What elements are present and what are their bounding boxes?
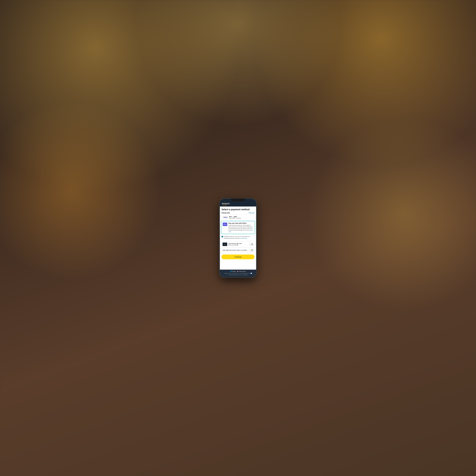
affirm-logo: affirm <box>223 222 227 226</box>
flag-icon: 🇺🇸 <box>237 271 238 272</box>
visa-card-number: Visa ....1234 <box>229 216 254 218</box>
visa-card-details: Visa ....1234 John Smith . 01/2026 <box>229 216 254 219</box>
svg-marker-0 <box>226 205 227 205</box>
section-header: Paying with + Add new <box>220 211 256 215</box>
country-label: United States <box>239 271 246 272</box>
content-area: Select a payment method Paying with + Ad… <box>220 206 256 270</box>
affirm-payment-card[interactable]: affirm Pay over time with Affirm Sole pr… <box>221 221 255 234</box>
visa-payment-card[interactable]: VISA Visa ....1234 John Smith . 01/2026 <box>221 215 255 220</box>
phone-footer: 🌐 English 🇺🇸 United States Conditions of… <box>220 270 256 277</box>
phone-screen: amazon Select a payment method Paying wi… <box>220 199 256 277</box>
amazon-gift-icon <box>222 242 227 246</box>
country-selector[interactable]: 🇺🇸 United States <box>237 271 246 272</box>
phone-wrapper: amazon Select a payment method Paying wi… <box>220 199 256 277</box>
amazon-arrow-icon <box>222 205 227 205</box>
promo-toggle[interactable] <box>249 249 254 251</box>
language-label: English <box>232 271 236 272</box>
ads-privacy-link[interactable]: Your Ads Privacy Choices <box>239 273 249 274</box>
visa-card-holder: John Smith . 01/2026 <box>229 218 254 219</box>
promo-label: Add a gift card, promo code, or voucher <box>222 249 247 251</box>
amazon-logo: amazon <box>222 202 254 205</box>
phone-frame: amazon Select a payment method Paying wi… <box>220 199 256 277</box>
affirm-description: Sole proprietor businesses: Easily apply… <box>228 224 253 233</box>
gift-card-details: Use Amazon gift card $100.00 available <box>228 243 248 246</box>
globe-icon: 🌐 <box>230 271 232 272</box>
continue-button[interactable]: Continue <box>221 255 255 259</box>
info-text: Available balances can only be used with… <box>224 236 255 239</box>
phone-notch <box>231 199 245 201</box>
footer-links-row: Conditions of Use Privacy Notice Your Ad… <box>221 273 255 274</box>
ads-privacy-badge <box>250 273 252 274</box>
continue-button-area: Continue <box>220 253 256 261</box>
promo-code-row[interactable]: Add a gift card, promo code, or voucher <box>221 248 255 253</box>
amazon-logo-text: amazon <box>222 202 230 205</box>
footer-copyright: © 1996-2023, Amazon.com, Inc. or its aff… <box>221 274 255 275</box>
info-notice: i Available balances can only be used wi… <box>220 235 256 240</box>
info-icon: i <box>221 236 223 238</box>
footer-lang-row: 🌐 English 🇺🇸 United States <box>221 271 255 272</box>
add-new-link[interactable]: + Add new <box>248 212 255 214</box>
visa-logo: VISA <box>222 216 228 219</box>
info-learn-more[interactable]: Learn more <box>240 238 247 239</box>
conditions-link[interactable]: Conditions of Use <box>224 273 231 274</box>
affirm-title: Pay over time with Affirm <box>228 222 253 224</box>
page-title: Select a payment method <box>220 206 256 211</box>
gift-card-title: Use Amazon gift card <box>228 243 248 244</box>
privacy-link[interactable]: Privacy Notice <box>232 273 238 274</box>
gift-card-amount: $100.00 available <box>228 244 248 246</box>
amazon-smile-icon <box>223 243 226 245</box>
language-selector[interactable]: 🌐 English <box>230 271 236 272</box>
affirm-card-details: Pay over time with Affirm Sole proprieto… <box>228 222 253 233</box>
gift-card-row[interactable]: Use Amazon gift card $100.00 available <box>221 241 255 247</box>
paying-with-label: Paying with <box>221 212 230 214</box>
gift-card-toggle[interactable] <box>249 243 254 245</box>
